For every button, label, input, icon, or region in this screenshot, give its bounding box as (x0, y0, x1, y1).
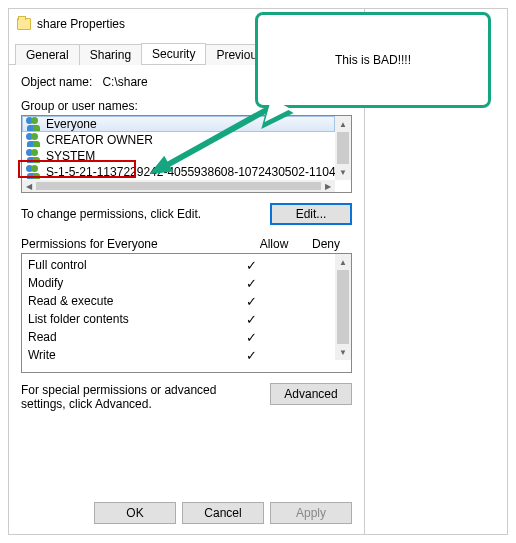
ok-button[interactable]: OK (94, 502, 176, 524)
group-item-label: Everyone (46, 117, 97, 131)
checkmark-icon: ✓ (225, 294, 277, 309)
edit-row: To change permissions, click Edit. Edit.… (21, 203, 352, 225)
folder-icon (17, 18, 31, 30)
group-item-label: CREATOR OWNER (46, 133, 153, 147)
advanced-button[interactable]: Advanced (270, 383, 352, 405)
checkmark-icon: ✓ (225, 312, 277, 327)
checkmark-icon: ✓ (225, 258, 277, 273)
checkmark-icon: ✓ (225, 330, 277, 345)
tab-security[interactable]: Security (141, 43, 206, 64)
permissions-for-label: Permissions for Everyone (21, 237, 248, 251)
scroll-left-icon[interactable]: ◀ (22, 180, 36, 192)
cancel-button[interactable]: Cancel (182, 502, 264, 524)
permission-row: Read & execute✓ (28, 292, 329, 310)
scroll-thumb[interactable] (337, 132, 349, 164)
edit-hint-text: To change permissions, click Edit. (21, 207, 270, 221)
horizontal-scrollbar[interactable]: ◀ ▶ (22, 180, 335, 192)
permission-row: Modify✓ (28, 274, 329, 292)
users-icon (26, 133, 42, 147)
dialog-footer: OK Cancel Apply (9, 492, 364, 534)
object-name-label: Object name: (21, 75, 92, 89)
highlight-rectangle (18, 160, 136, 178)
apply-button[interactable]: Apply (270, 502, 352, 524)
users-icon (26, 117, 42, 131)
advanced-hint-text: For special permissions or advanced sett… (21, 383, 260, 411)
advanced-row: For special permissions or advanced sett… (21, 383, 352, 411)
callout-text: This is BAD!!!! (335, 53, 411, 67)
permission-row: Write✓ (28, 346, 329, 364)
permission-row: List folder contents✓ (28, 310, 329, 328)
tab-general[interactable]: General (15, 44, 80, 65)
edit-button[interactable]: Edit... (270, 203, 352, 225)
scroll-down-icon[interactable]: ▼ (335, 164, 351, 180)
tab-sharing[interactable]: Sharing (79, 44, 142, 65)
allow-header: Allow (248, 237, 300, 251)
checkmark-icon: ✓ (225, 348, 277, 363)
scroll-right-icon[interactable]: ▶ (321, 180, 335, 192)
permission-row: Read✓ (28, 328, 329, 346)
scroll-up-icon[interactable]: ▲ (335, 116, 351, 132)
object-name-value: C:\share (102, 75, 147, 89)
checkmark-icon: ✓ (225, 276, 277, 291)
permission-row: Full control✓ (28, 256, 329, 274)
permission-name: Read & execute (28, 294, 225, 308)
permission-name: List folder contents (28, 312, 225, 326)
scroll-thumb[interactable] (36, 182, 321, 190)
scroll-up-icon[interactable]: ▲ (335, 254, 351, 270)
scroll-thumb[interactable] (337, 270, 349, 344)
deny-header: Deny (300, 237, 352, 251)
permission-name: Read (28, 330, 225, 344)
permissions-listbox[interactable]: Full control✓Modify✓Read & execute✓List … (21, 253, 352, 373)
window-title: share Properties (37, 17, 125, 31)
vertical-scrollbar[interactable]: ▲ ▼ (335, 254, 351, 360)
annotation-arrow (148, 106, 276, 176)
permission-name: Write (28, 348, 225, 362)
vertical-scrollbar[interactable]: ▲ ▼ (335, 116, 351, 180)
scroll-down-icon[interactable]: ▼ (335, 344, 351, 360)
annotation-callout: This is BAD!!!! (255, 12, 491, 108)
permission-name: Modify (28, 276, 225, 290)
permission-name: Full control (28, 258, 225, 272)
permissions-header: Permissions for Everyone Allow Deny (21, 237, 352, 251)
